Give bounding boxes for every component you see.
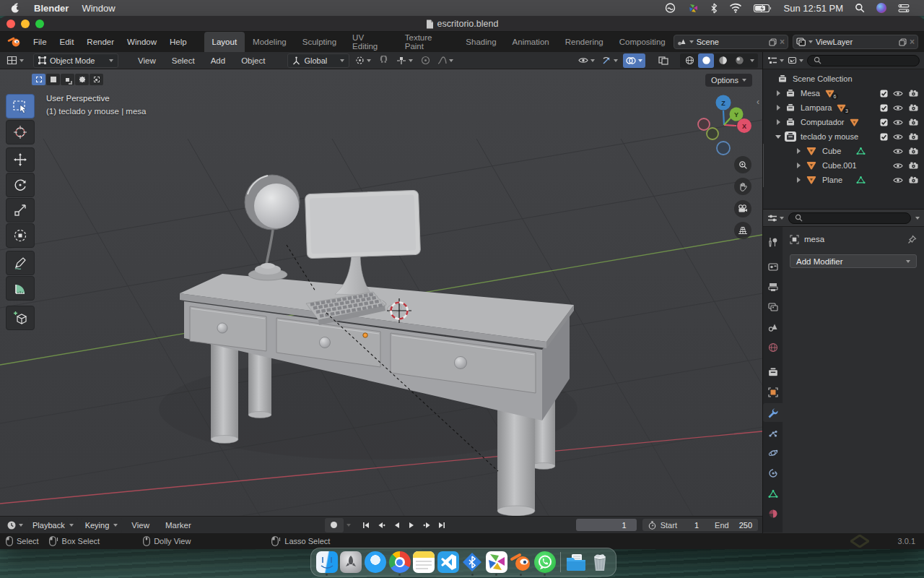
menu-render[interactable]: Render — [80, 38, 121, 46]
snap-target-button[interactable] — [393, 53, 416, 68]
gizmo-neg-z[interactable] — [717, 142, 730, 155]
menu-file[interactable]: File — [27, 38, 53, 46]
show-gizmo-button[interactable] — [600, 53, 620, 68]
keying-menu[interactable]: Keying — [81, 518, 123, 532]
timeline-marker-menu[interactable]: Marker — [159, 521, 198, 530]
mode-selector[interactable]: Object Mode — [33, 53, 118, 68]
tool-move[interactable] — [6, 147, 35, 172]
snap-toggle-button[interactable] — [377, 53, 391, 68]
computador-hide-icon[interactable] — [893, 119, 903, 126]
viewport-options-button[interactable]: Options — [705, 74, 752, 87]
spotlight-icon[interactable] — [849, 0, 871, 16]
menubar-item-window[interactable]: Window — [82, 3, 115, 14]
tab-modifiers[interactable] — [763, 403, 783, 422]
outliner-search-field[interactable] — [807, 55, 920, 66]
sidebar-collapse-arrow[interactable]: ‹ — [757, 97, 759, 107]
tab-material[interactable] — [763, 504, 783, 523]
workspace-tab-modeling[interactable]: Modeling — [245, 32, 295, 52]
outliner-row-cube001[interactable]: Cube.001 — [763, 158, 924, 173]
dock-icon-blender[interactable] — [509, 548, 533, 577]
unlink-scene-icon[interactable]: × — [780, 37, 785, 47]
plane-render-icon[interactable] — [909, 176, 918, 184]
workspace-tab-sculpting[interactable]: Sculpting — [295, 32, 344, 52]
menu-view[interactable]: View — [131, 56, 162, 65]
outliner-row-mesa[interactable]: Mesa 6 — [763, 86, 924, 100]
outliner-filter-button[interactable] — [788, 53, 803, 68]
teclado-hide-icon[interactable] — [893, 134, 903, 140]
mesa-hide-icon[interactable] — [893, 90, 903, 97]
expand-lampara-icon[interactable] — [777, 105, 780, 111]
tool-rotate[interactable] — [6, 173, 35, 197]
siri-icon[interactable] — [871, 0, 892, 16]
select-mode-extend-button[interactable] — [46, 74, 60, 85]
computador-checkbox[interactable] — [880, 118, 888, 126]
start-value[interactable]: 1 — [694, 521, 699, 530]
tab-object-constraints[interactable] — [763, 464, 783, 483]
tool-transform[interactable] — [6, 223, 35, 248]
outliner-row-scene-collection[interactable]: Scene Collection — [763, 72, 924, 86]
pan-view-button[interactable] — [734, 178, 751, 195]
viewlayer-selector[interactable]: ViewLayer × — [793, 35, 918, 49]
dock-icon-chrome[interactable] — [388, 548, 412, 577]
battery-icon[interactable] — [748, 0, 778, 16]
workspace-tab-texture-paint[interactable]: Texture Paint — [397, 32, 458, 52]
teclado-render-icon[interactable] — [909, 133, 918, 140]
expand-cube-icon[interactable] — [797, 148, 801, 154]
pin-icon[interactable] — [907, 235, 917, 244]
teclado-checkbox[interactable] — [880, 133, 888, 141]
expand-computador-icon[interactable] — [777, 119, 780, 125]
cube001-hide-icon[interactable] — [893, 163, 903, 169]
apple-menu[interactable] — [9, 0, 22, 16]
outliner-row-lampara[interactable]: Lampara 3 — [763, 100, 924, 115]
current-frame-field[interactable]: 1 — [576, 519, 637, 531]
jump-to-end-button[interactable] — [435, 518, 449, 532]
dock-icon-notes[interactable] — [411, 548, 436, 577]
tab-world[interactable] — [763, 338, 783, 357]
shading-rendered-button[interactable] — [731, 53, 747, 68]
outliner-row-cube[interactable]: Cube — [763, 144, 924, 158]
outliner-row-computador[interactable]: Computador — [763, 115, 924, 129]
new-scene-icon[interactable] — [769, 38, 777, 46]
active-app-name[interactable]: Blender — [34, 3, 69, 14]
menu-edit[interactable]: Edit — [53, 38, 81, 46]
prev-keyframe-button[interactable] — [375, 518, 388, 532]
proportional-falloff-button[interactable] — [435, 53, 456, 68]
menu-help[interactable]: Help — [163, 38, 193, 46]
tool-scale[interactable] — [6, 198, 35, 223]
tool-select-box[interactable] — [6, 94, 35, 118]
computador-render-icon[interactable] — [909, 118, 918, 126]
tool-cursor[interactable] — [6, 120, 35, 144]
expand-cube001-icon[interactable] — [797, 163, 801, 168]
select-mode-invert-button[interactable] — [75, 74, 89, 85]
lampara-checkbox[interactable] — [880, 104, 888, 112]
tab-particles[interactable] — [763, 423, 783, 442]
gizmo-neg-y[interactable] — [707, 128, 718, 139]
outliner-editor-type-button[interactable] — [767, 53, 784, 68]
tab-view-layer[interactable] — [763, 298, 783, 316]
shading-wireframe-button[interactable] — [681, 53, 697, 68]
add-modifier-dropdown[interactable]: Add Modifier — [790, 254, 917, 268]
dock-icon-color-pinwheel[interactable] — [484, 548, 509, 577]
tab-tool[interactable] — [763, 233, 783, 251]
auto-keying-caret[interactable] — [346, 524, 351, 527]
plane-hide-icon[interactable] — [893, 177, 903, 184]
tab-scene[interactable] — [763, 318, 783, 337]
select-mode-new-button[interactable] — [32, 74, 45, 85]
tool-annotate[interactable] — [6, 251, 35, 275]
workspace-tab-rendering[interactable]: Rendering — [557, 32, 611, 52]
play-reverse-button[interactable] — [390, 518, 404, 532]
cube001-render-icon[interactable] — [909, 162, 918, 169]
tab-collection[interactable] — [763, 363, 783, 381]
dock-icon-documents-folder[interactable] — [564, 548, 588, 577]
workspace-tab-uv-editing[interactable]: UV Editing — [344, 32, 397, 52]
bluetooth-icon[interactable] — [705, 0, 723, 16]
dock-icon-trash[interactable] — [588, 548, 612, 577]
display-pinwheel-icon[interactable] — [682, 0, 705, 16]
dock-icon-launchpad[interactable] — [339, 548, 364, 577]
menu-add[interactable]: Add — [204, 56, 232, 65]
shading-solid-button[interactable] — [698, 53, 714, 68]
camera-view-button[interactable] — [734, 200, 751, 217]
properties-search-field[interactable] — [788, 212, 911, 224]
control-center-icon[interactable] — [892, 0, 915, 16]
tab-render[interactable] — [763, 257, 783, 276]
